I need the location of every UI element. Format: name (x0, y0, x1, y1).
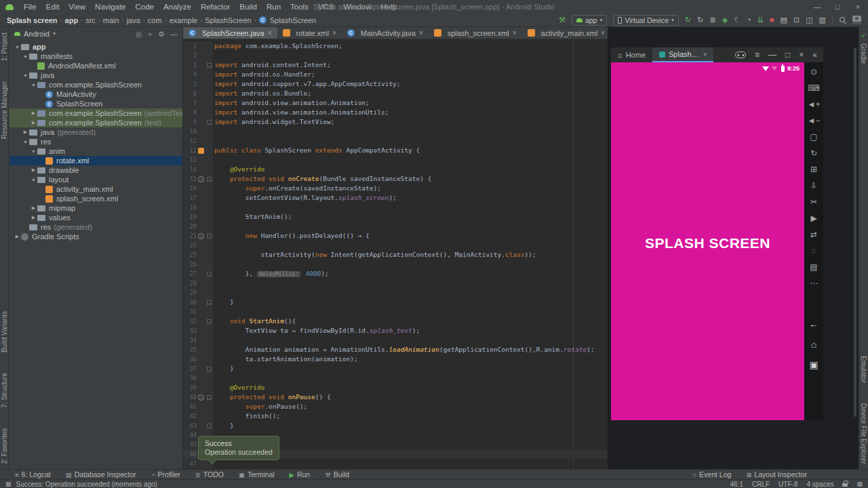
tree-item-java[interactable]: ▼java (9, 70, 182, 80)
back-button[interactable]: ← (809, 319, 818, 329)
line-separator[interactable]: CRLF (752, 481, 770, 488)
stripe-label-resource-manager[interactable]: Resource Manager (1, 81, 8, 139)
breadcrumb-item[interactable]: SplashScreen (205, 16, 252, 24)
breadcrumb-item[interactable]: src (85, 16, 96, 24)
tree-item-mainactivity[interactable]: CMainActivity (9, 89, 182, 99)
breadcrumb-item[interactable]: example (170, 16, 198, 24)
tool-window-button-profiler[interactable]: ◔Profiler (151, 470, 180, 479)
emulator-tab-splash-[interactable]: Splash…× (652, 47, 713, 62)
scrollbar[interactable] (854, 47, 856, 417)
settings-icon[interactable]: ⚙ (158, 30, 164, 38)
coverage-icon[interactable]: ≣ (709, 16, 715, 24)
rerun-icon[interactable]: ↻ (697, 16, 703, 24)
fold-marker-icon[interactable]: − (207, 63, 212, 68)
sdk-manager-icon[interactable]: ◫ (806, 16, 812, 24)
volume-down-icon[interactable]: ◄− (808, 117, 821, 125)
locate-file-icon[interactable]: ◎ (136, 30, 142, 38)
swap-icon[interactable]: ⇄ (810, 230, 817, 239)
debug-icon[interactable]: ◈ (722, 16, 728, 24)
tree-item-app[interactable]: ▼app (9, 42, 182, 52)
stripe-label-2-favorites[interactable]: 2: Favorites (1, 428, 8, 464)
file-encoding[interactable]: UTF-8 (778, 481, 797, 488)
avd-manager-icon[interactable]: ▥ (819, 16, 826, 24)
tree-item-gradle-scripts[interactable]: ▶Gradle Scripts (9, 232, 182, 241)
menu-tools[interactable]: Tools (285, 3, 313, 11)
attach-debugger-icon[interactable]: ☾ (734, 16, 741, 24)
tool-window-button-todo[interactable]: ≣TODO (195, 470, 224, 479)
lock-icon[interactable] (842, 483, 848, 487)
breadcrumb-item[interactable]: app (65, 16, 79, 24)
close-button[interactable]: × (848, 3, 868, 11)
close-icon[interactable]: × (332, 29, 336, 37)
wrench-icon[interactable]: ⚒ (559, 16, 566, 24)
tree-item-activity-main-xml[interactable]: activity_main.xml (9, 184, 182, 194)
folder-icon[interactable]: ▤ (810, 263, 817, 272)
loading-icon[interactable]: ◌ (811, 247, 816, 256)
tool-window-button-event-log[interactable]: ○Event Log (692, 470, 731, 479)
chevron-right-icon[interactable]: ▶ (30, 120, 37, 125)
tree-item-res[interactable]: res(generated) (9, 222, 182, 232)
menu-navigate[interactable]: Navigate (90, 3, 130, 11)
stripe-label-gradle[interactable]: Gradle (860, 43, 867, 64)
stripe-label-build-variants[interactable]: Build Variants (1, 311, 8, 352)
menu-icon[interactable]: ≡ (755, 50, 760, 60)
minimize-icon[interactable]: — (768, 50, 776, 60)
device-manager-icon[interactable]: ▤ (781, 16, 787, 24)
overview-button[interactable]: ▣ (809, 359, 818, 370)
tree-item-anim[interactable]: ▼anim (9, 146, 182, 156)
menu-refactor[interactable]: Refactor (196, 3, 235, 11)
fold-marker-icon[interactable]: − (207, 424, 212, 428)
tool-window-button-database-inspector[interactable]: ▤Database Inspector (66, 470, 136, 479)
fold-marker-icon[interactable]: − (207, 234, 212, 239)
tree-item-com-example-splashscreen[interactable]: ▶com.example.SplashScreen(androidTest) (9, 108, 182, 118)
fold-marker-icon[interactable]: − (207, 120, 212, 125)
more-icon[interactable]: ⋯ (810, 279, 818, 288)
profiler-icon[interactable]: ◔ (747, 16, 751, 24)
minimize-button[interactable]: — (807, 3, 827, 11)
zoom-mode-icon[interactable]: ▢ (810, 133, 817, 142)
editor-tab-splashscreen-java[interactable]: CSplashScreen.java× (183, 27, 277, 39)
run-config-dropdown[interactable]: app ▾ (572, 15, 608, 26)
tool-window-button-terminal[interactable]: ▣Terminal (239, 470, 275, 479)
emulator-tab-home[interactable]: ⌂Home (611, 47, 652, 62)
chevron-right-icon[interactable]: ▶ (22, 129, 29, 135)
notification-balloon[interactable]: Success Operation succeeded (198, 436, 279, 460)
breadcrumb-item[interactable]: com (148, 16, 162, 24)
chevron-down-icon[interactable]: ▼ (30, 178, 37, 182)
screenshot-icon[interactable]: ⊞ (810, 165, 817, 174)
close-icon[interactable]: × (268, 29, 272, 37)
indent-setting[interactable]: 4 spaces (806, 481, 833, 488)
menu-code[interactable]: Code (130, 3, 159, 11)
tree-item-splash-screen-xml[interactable]: splash_screen.xml (9, 194, 182, 203)
menu-view[interactable]: View (64, 3, 90, 11)
breadcrumb-item[interactable]: SplashScreen (270, 16, 317, 24)
install-apk-icon[interactable]: ⇩ (810, 182, 817, 190)
stripe-label-1-project[interactable]: 1: Project (1, 33, 8, 61)
fold-marker-icon[interactable]: − (207, 395, 212, 400)
menu-run[interactable]: Run (262, 3, 285, 11)
editor-tab-splash-screen-xml[interactable]: splash_screen.xml× (429, 27, 522, 39)
collapse-icon[interactable]: « (812, 50, 817, 60)
close-icon[interactable]: × (799, 50, 804, 60)
keyboard-icon[interactable]: ⌨ (808, 84, 819, 93)
gradle-daemon-icon[interactable]: ▦ (856, 481, 863, 487)
fold-marker-icon[interactable]: − (207, 177, 212, 182)
tree-item-res[interactable]: ▼res (9, 137, 182, 146)
device-screen[interactable]: 9:25 SPLASH SCREEN (611, 62, 804, 420)
code-editor[interactable]: 1package com.example.SplashScreen;23−imp… (183, 39, 608, 469)
editor-tab-activity-main-xml[interactable]: activity_main.xml× (522, 27, 611, 39)
volume-up-icon[interactable]: ◄+ (808, 100, 821, 109)
tree-item-layout[interactable]: ▼layout (9, 175, 182, 184)
tree-item-androidmanifest-xml[interactable]: AndroidManifest.xml (9, 61, 182, 70)
chevron-right-icon[interactable]: ▶ (14, 234, 21, 239)
chevron-down-icon[interactable]: ▼ (30, 83, 37, 87)
breadcrumb-item[interactable]: Splash screen (7, 16, 58, 24)
tree-item-splashscreen[interactable]: CSplashScreen (9, 99, 182, 108)
editor-tab-rotate-xml[interactable]: rotate.xml× (277, 27, 342, 39)
tool-window-button-logcat[interactable]: ≡6: Logcat (15, 470, 51, 479)
power-icon[interactable]: ⊙ (810, 68, 817, 77)
chevron-down-icon[interactable]: ▼ (30, 149, 37, 154)
sync-icon[interactable]: ↻ (685, 16, 691, 24)
override-method-icon[interactable]: ↑ (198, 394, 204, 401)
stripe-label-emulator[interactable]: Emulator (860, 356, 867, 383)
